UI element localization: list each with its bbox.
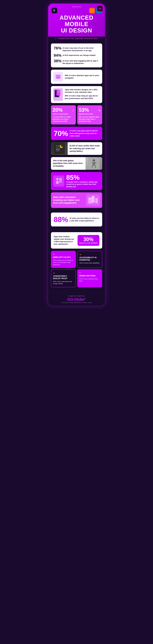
perf-1-percent: 20% (52, 108, 63, 112)
svg-rect-39 (60, 180, 62, 180)
stat-1-text: of users say ease of use is the most imp… (62, 46, 100, 52)
branding-section: Apps with consistent branding see higher… (51, 192, 102, 208)
svg-rect-23 (56, 146, 58, 146)
svg-rect-29 (56, 149, 59, 150)
footer-logo: GO-Globe™ (50, 297, 103, 302)
svg-point-33 (95, 162, 97, 164)
testing-badge-percent: 30% (79, 237, 98, 242)
dark-mode-image (51, 142, 68, 155)
diamond-icon-1: ✦ (53, 253, 54, 256)
summary-title-3: CONSISTENCY BUILDS TRUST (53, 275, 74, 280)
svg-rect-46 (89, 198, 91, 199)
sketch-icon (89, 8, 95, 13)
summary-grid: ✦ SIMPLICITY IS KEY 76% of users are les… (51, 251, 102, 287)
svg-point-26 (61, 144, 63, 147)
xd-icon: Xd (97, 6, 103, 12)
speed-section: 70% of users say page speed impacts thei… (51, 127, 102, 140)
footer-tagline: CUSTOM DEVELOPMENT SINCE 2005 (50, 302, 103, 303)
adults-card: 85% of adults think a company's mobile a… (51, 172, 102, 190)
navigation-icon (53, 72, 63, 82)
stat-1-percent: 76% (54, 46, 62, 50)
summary-card-2: ✦ ACCESSIBILITY IS ESSENTIAL 15% of user… (77, 251, 102, 268)
perf-card-2: 53% ↘ abandonment rates 53% of users aba… (77, 105, 102, 124)
svg-rect-30 (56, 150, 59, 150)
speed-percent: 70% (54, 130, 68, 137)
header-section: ADVANCED MOBILE UI DESIGN Xd (48, 4, 105, 37)
adults-content: 85% of adults think a company's mobile a… (66, 174, 100, 188)
perf-2-percent: 53% (79, 108, 89, 112)
summary-desc-4: 53% of users abandon slow apps (79, 278, 100, 282)
stat-row-2: 94% of first impressions are design-rela… (54, 54, 100, 58)
design-texts: Apps with intuitive designs see a 25% in… (65, 88, 100, 101)
branding-image (86, 194, 100, 206)
svg-point-32 (93, 159, 95, 162)
svg-rect-34 (92, 160, 95, 161)
summary-title-4: SPEED MATTERS (79, 275, 100, 277)
svg-rect-24 (56, 147, 59, 147)
stat-row-1: 76% of users say ease of use is the most… (54, 46, 100, 52)
svg-rect-22 (56, 145, 60, 146)
bad-exp-text: of users are less likely to return to a … (70, 217, 100, 222)
summary-title-1: SIMPLICITY IS KEY (53, 256, 74, 258)
dots-divider-2: . . . . . . . . . . . . . . . . . . . . (51, 229, 102, 230)
diamond-icon-3: ✦ (53, 272, 55, 274)
testing-badge: 30% improve in user feedback (78, 235, 100, 246)
diamond-icon-2: ✦ (80, 254, 81, 256)
stat-2-percent: 94% (54, 54, 62, 58)
header-title: ADVANCED MOBILE UI DESIGN (52, 14, 102, 34)
bad-experience-section: 88% of users are less likely to return t… (51, 212, 102, 226)
header-icons-row (52, 8, 102, 13)
design-stat-2: 90% of users stop using an app due to po… (65, 94, 100, 100)
speed-text: of users say page speed impacts their wi… (70, 130, 100, 137)
main-content: 76% of users say ease of use is the most… (48, 41, 105, 293)
testing-text: Apps that conduct regular user testing s… (54, 235, 76, 246)
adults-text: of adults think a company's mobile app s… (66, 181, 100, 188)
disability-image (86, 157, 102, 170)
stat-2-text: of first impressions are design-related (63, 54, 96, 56)
summary-desc-3: 94% of first impressions are design-rela… (53, 280, 74, 285)
svg-rect-18 (58, 92, 60, 93)
diamond-icon: ✦ (55, 38, 56, 40)
design-card: Apps with intuitive designs see a 25% in… (51, 86, 102, 103)
principles-banner: ✦ ✦ PRINCIPLES FOR CREATING INTUITIVE AP… (48, 37, 105, 41)
perf-1-arrow: ↓ (72, 108, 74, 112)
perf-1-desc: 1-second delay in mobile load times can … (52, 116, 74, 122)
perf-1-label: reduced conversions (52, 113, 74, 115)
perf-2-arrow: ↘ (98, 108, 100, 112)
dots-divider-1: . . . . . . . . . . . . . . . . . . . . (51, 210, 102, 212)
adults-image (53, 176, 64, 187)
disability-text: 15% of the total global population lives… (51, 157, 86, 170)
testing-section: Apps that conduct regular user testing s… (51, 232, 102, 248)
summary-card-3: ✦ CONSISTENCY BUILDS TRUST 94% of first … (51, 269, 76, 287)
navigation-text: 50% of users abandon apps due to poor na… (65, 74, 100, 79)
summary-card-1: ✦ SIMPLICITY IS KEY 76% of users are les… (51, 251, 76, 268)
navigation-card: 50% of users abandon apps due to poor na… (51, 70, 102, 84)
perf-2-desc: 53% of users abandon apps that take long… (79, 116, 100, 122)
footer-section: Designed & Compiled by GO-Globe™ CUSTOM … (48, 293, 105, 306)
svg-rect-47 (89, 199, 90, 200)
svg-point-35 (56, 178, 58, 180)
svg-rect-28 (56, 148, 60, 149)
stats-card: 76% of users say ease of use is the most… (51, 44, 102, 68)
disability-section: 15% of the total global population lives… (51, 157, 102, 170)
svg-rect-49 (92, 198, 94, 198)
dark-mode-section: 81.9% of users prefer dark mode for redu… (51, 142, 102, 155)
stat-row-3: 38% of users will stop engaging with an … (54, 59, 100, 64)
design-icon (53, 88, 63, 101)
svg-rect-37 (60, 178, 62, 179)
adults-percent: 85% (66, 174, 100, 181)
dark-mode-text: 81.9% of users prefer dark mode for redu… (68, 142, 102, 155)
perf-2-label: abandonment rates (79, 113, 100, 115)
svg-rect-38 (60, 180, 61, 180)
branding-text: Apps with consistent branding see higher… (53, 196, 84, 204)
phone-container: ADVANCED MOBILE UI DESIGN Xd ✦ ✦ PRINCIP… (47, 3, 106, 306)
summary-desc-2: 15% of users have disabilities (80, 262, 100, 264)
summary-title-2: ACCESSIBILITY IS ESSENTIAL (80, 256, 100, 261)
perf-card-1: 20% ↓ reduced conversions 1-second delay… (51, 105, 76, 124)
summary-desc-1: 76% of users are less likely to return t… (53, 259, 74, 266)
bad-exp-percent: 88% (54, 215, 68, 224)
testing-badge-label: improve in user feedback (79, 242, 98, 244)
stat-3-percent: 38% (54, 59, 62, 63)
svg-rect-16 (58, 91, 60, 91)
svg-rect-17 (58, 92, 60, 92)
